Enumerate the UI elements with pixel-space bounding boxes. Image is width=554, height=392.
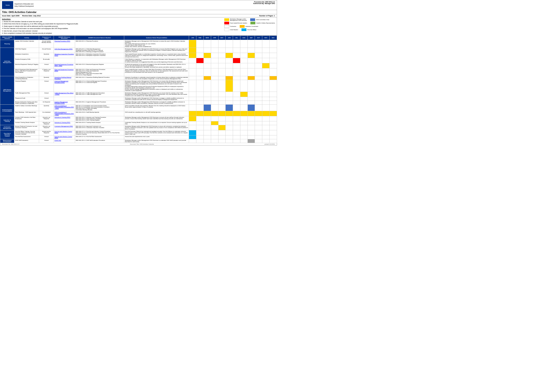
ref-cell[interactable]: Hazardous Building Material Procedure (54, 76, 75, 80)
activity-cell: Review Preferred Contractor List and Con… (14, 125, 39, 130)
month-cell (240, 48, 248, 53)
activity-cell: First Aid Officer Training, First Aid Su… (14, 130, 39, 135)
month-cell (248, 97, 255, 101)
month-cell (226, 68, 233, 76)
month-cell (204, 105, 211, 111)
month-cell (255, 101, 262, 105)
month-cell (226, 80, 233, 92)
table-row: Practice Emergency DrillsBi-annuallyChie… (0, 58, 277, 63)
ref-cell[interactable]: First Aid and Infection Control (PDF) (54, 135, 75, 139)
header-aug: AUG (240, 36, 248, 40)
month-cell (270, 130, 277, 135)
guidance-cell: Workplace Manger and/or Management OHS N… (124, 125, 189, 130)
guidance-cell: Workplace Manager and/or Management OHS … (124, 97, 189, 101)
activity-cell: (OHS Self Evaluation) (14, 139, 39, 143)
month-cell (255, 105, 262, 111)
guidance-cell: Workplace Manager and/or Management OHS … (124, 101, 189, 105)
month-cell (196, 130, 204, 135)
ref-cell[interactable]: (insert link) (54, 139, 75, 143)
month-cell (255, 76, 262, 80)
month-cell (240, 135, 248, 139)
month-cell (211, 53, 218, 58)
ref-cell[interactable]: Traffic Management Plan (Word - 453kb) (54, 92, 75, 97)
month-cell (218, 58, 226, 63)
ref-cell[interactable]: Plant and Equipment Procedure (PDF) (54, 68, 75, 76)
month-cell (233, 76, 240, 80)
instructions-box: Instructions: 1. Review the OHS Activiti… (0, 17, 277, 35)
month-cell (255, 68, 262, 76)
month-cell (189, 76, 196, 80)
docs-cell: DEE EHU-02-1-1 Planning Procedure (75, 40, 124, 48)
month-cell (189, 80, 196, 92)
month-cell (204, 101, 211, 105)
legend-label-2: OHS Committee Chair (256, 19, 270, 20)
month-cell (189, 105, 196, 111)
month-cell (204, 48, 211, 53)
month-cell (226, 63, 233, 68)
month-cell (226, 130, 233, 135)
month-cell (204, 40, 211, 48)
month-cell (226, 40, 233, 48)
header-sep: SEP (248, 36, 255, 40)
month-cell (233, 48, 240, 53)
month-cell (218, 101, 226, 105)
month-cell (218, 92, 226, 97)
month-cell (248, 135, 255, 139)
month-cell (240, 111, 248, 116)
ref-cell[interactable]: Workplace Inspection Procedure (PDF) (54, 53, 75, 58)
ref-cell[interactable]: Induction & Training (PDF) (54, 116, 75, 121)
month-cell (196, 76, 204, 80)
month-cell (255, 116, 262, 121)
ref-cell[interactable] (54, 58, 75, 63)
month-cell (204, 76, 211, 80)
month-cell (196, 116, 204, 121)
month-cell (255, 125, 262, 130)
month-cell (226, 111, 233, 116)
month-cell (218, 130, 226, 135)
element-cell: Planning (0, 40, 14, 48)
month-cell (204, 68, 211, 76)
activity-cell: Conduct Training Needs Analysis (14, 121, 39, 125)
month-cell (189, 121, 196, 125)
ref-cell[interactable]: First Aid and Infection Control (PDF) (54, 130, 75, 135)
ref-cell[interactable]: Induction & Training (PDF) (54, 121, 75, 125)
month-cell (211, 125, 218, 130)
month-cell (262, 58, 270, 63)
guidance-cell: Undertake Training Needs Analysis on an … (124, 121, 189, 125)
ref-cell[interactable] (54, 97, 75, 101)
ref-cell[interactable]: Chemical Management Procedure (PDF) (54, 80, 75, 92)
title-row: Title: OHS Activities Calendar (0, 10, 277, 14)
guidance-cell: Assess first aid requirements once a yea… (124, 135, 189, 139)
month-cell (226, 58, 233, 63)
month-cell (196, 101, 204, 105)
ref-cell[interactable]: Hygiene Management Procedure (PDF) (54, 101, 75, 105)
month-cell (196, 80, 204, 92)
month-cell (218, 48, 226, 53)
table-row: Communication & ConsultationHealth & Saf… (0, 105, 277, 111)
ref-cell[interactable]: Planning Procedure (PDF) (54, 40, 75, 48)
month-cell (196, 125, 204, 130)
month-cell (226, 116, 233, 121)
ref-cell[interactable]: OHS Risk Management (PDF) (54, 48, 75, 53)
month-cell (240, 92, 248, 97)
month-cell (270, 111, 277, 116)
ref-cell[interactable]: Electrical Equipment Procedure (PDF - 42… (54, 63, 75, 68)
legend-label-1: Workplace Manager and/orManagement OHS N… (230, 18, 247, 21)
month-cell (211, 76, 218, 80)
month-cell (248, 105, 255, 111)
month-cell (218, 53, 226, 58)
header-top: Victoria Department of Education and Ear… (0, 0, 277, 10)
month-cell (218, 80, 226, 92)
month-cell (240, 101, 248, 105)
ref-cell[interactable]: OHS Consultation & Communication Procedu… (54, 111, 75, 116)
ref-cell[interactable]: OHS Consultation & Communication Procedu… (54, 105, 75, 111)
docs-cell: DEE EHU-24-3-1 Approved Contractor List … (75, 125, 124, 130)
month-cell (233, 135, 240, 139)
month-cell (196, 58, 204, 63)
month-cell (262, 48, 270, 53)
legend-label-3: Team leader/Domain leaders (230, 22, 247, 24)
docs-cell: DEE EHU-09-1-1 Hygiene Management Proced… (75, 101, 124, 105)
month-cell (270, 80, 277, 92)
month-cell (196, 111, 204, 116)
ref-cell[interactable]: Contractor Management (PDF) (54, 125, 75, 130)
